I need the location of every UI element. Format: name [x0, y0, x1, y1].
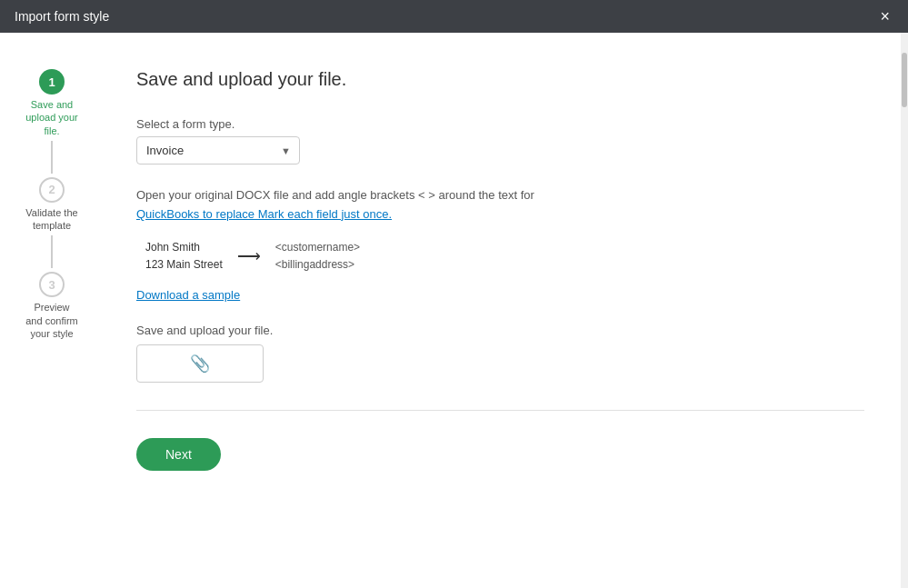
modal-header: Import form style ×	[0, 0, 908, 33]
example-name: John Smith	[145, 239, 223, 256]
divider	[136, 410, 864, 411]
steps-list: 1 Save and upload your file. 2 Validate …	[25, 69, 79, 340]
example-right: <customername> <billingaddress>	[275, 239, 360, 274]
scrollbar[interactable]	[901, 33, 908, 588]
example-arrow-icon: ⟶	[237, 246, 261, 266]
step-3: 3 Preview and confirm your style	[25, 272, 79, 340]
upload-paperclip-icon: 📎	[190, 354, 210, 374]
scrollbar-thumb[interactable]	[902, 53, 907, 107]
instructions-text: Open your original DOCX file and add ang…	[136, 186, 591, 224]
instructions-link[interactable]: QuickBooks to replace Mark each field ju…	[136, 207, 392, 221]
close-button[interactable]: ×	[876, 8, 893, 25]
step-3-number: 3	[48, 278, 55, 292]
modal-title: Import form style	[15, 9, 109, 24]
form-type-group: Select a form type. Invoice Estimate Sal…	[136, 117, 864, 164]
form-type-select[interactable]: Invoice Estimate Sales Receipt	[136, 136, 300, 164]
step-2-circle: 2	[39, 177, 65, 203]
step-1-label: Save and upload your file.	[25, 98, 79, 137]
upload-box[interactable]: 📎	[136, 344, 264, 383]
next-button[interactable]: Next	[136, 438, 221, 471]
step-3-circle: 3	[39, 272, 65, 297]
step-3-label: Preview and confirm your style	[25, 301, 79, 340]
upload-label: Save and upload your file.	[136, 324, 864, 337]
modal-body: 1 Save and upload your file. 2 Validate …	[0, 33, 908, 588]
upload-group: Save and upload your file. 📎	[136, 324, 864, 383]
download-sample-link[interactable]: Download a sample	[136, 288, 864, 302]
example-customername-tag: <customername>	[275, 239, 360, 256]
step-connector-1-2	[51, 141, 53, 174]
example-box: John Smith 123 Main Street ⟶ <customerna…	[136, 239, 864, 274]
step-1-number: 1	[48, 75, 55, 89]
form-type-label: Select a form type.	[136, 117, 864, 131]
step-2-number: 2	[48, 183, 55, 196]
step-2-label: Validate the template	[25, 206, 79, 233]
section-title: Save and upload your file.	[136, 69, 864, 90]
step-connector-2-3	[51, 235, 53, 268]
form-type-select-wrapper: Invoice Estimate Sales Receipt ▼	[136, 136, 300, 164]
import-form-modal: Import form style × 1 Save and upload yo…	[0, 0, 908, 588]
example-left: John Smith 123 Main Street	[145, 239, 223, 274]
main-content: Save and upload your file. Select a form…	[100, 33, 901, 588]
step-1: 1 Save and upload your file.	[25, 69, 79, 137]
step-1-circle: 1	[39, 69, 65, 95]
example-billingaddress-tag: <billingaddress>	[275, 256, 360, 274]
steps-sidebar: 1 Save and upload your file. 2 Validate …	[0, 33, 100, 588]
step-2: 2 Validate the template	[25, 177, 79, 233]
example-address: 123 Main Street	[145, 256, 223, 274]
